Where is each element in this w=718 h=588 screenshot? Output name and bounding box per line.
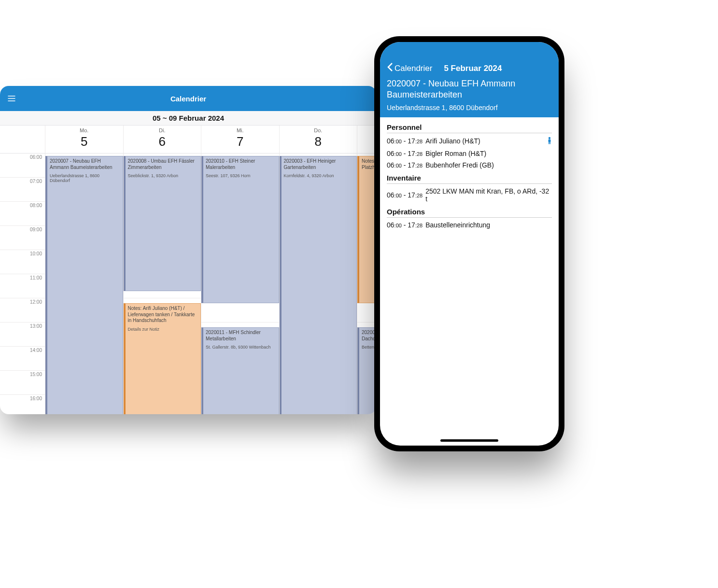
calendar-event[interactable]: Notes: Platzha (357, 156, 377, 303)
calendar-event[interactable]: 2020007 - Neubau EFH Ammann Baumeisterar… (45, 156, 123, 414)
event-title: 2020011 - MFH Schindler Metallarbeiten (206, 330, 276, 342)
back-button[interactable]: Calendrier (387, 62, 432, 74)
calendar-event[interactable]: 202006 DachdeBetten& (357, 327, 377, 414)
time-range: 06:00 - 17:28 (387, 161, 422, 169)
svg-rect-6 (549, 142, 550, 144)
day-head-tue[interactable]: Di. 6 (124, 126, 202, 153)
time-label: 09:00 (0, 226, 45, 250)
day-number: 7 (201, 134, 279, 149)
event-subtitle: Betten& (362, 345, 374, 350)
time-range: 06:00 - 17:28 (387, 221, 422, 229)
event-title: 2020003 - EFH Heiniger Gartenarbeiten (284, 158, 354, 170)
event-subtitle: Details zur Notiz (128, 327, 198, 332)
time-label: 14:00 (0, 347, 45, 371)
time-label: 07:00 (0, 178, 45, 202)
event-title: 2020008 - Umbau EFH Fässler Zimmerarbeit… (128, 158, 198, 170)
event-subtitle: Seestr. 107, 9326 Horn (206, 173, 276, 178)
tablet-title: Calendrier (170, 95, 206, 103)
day-headers: Mo. 5 Di. 6 Mi. 7 Do. 8 (0, 126, 377, 154)
time-label: 10:00 (0, 250, 45, 274)
calendar-event[interactable]: 2020008 - Umbau EFH Fässler Zimmerarbeit… (124, 156, 201, 291)
section-inventaire: Inventaire (387, 174, 552, 184)
menu-icon[interactable] (7, 94, 16, 103)
event-title: 2020010 - EFH Steiner Malerarbeiten (206, 158, 276, 170)
event-title: 202006 Dachde (362, 330, 374, 342)
day-col-wed: 2020010 - EFH Steiner MalerarbeitenSeest… (201, 154, 280, 414)
time-range: 06:00 - 17:28 (387, 191, 422, 199)
phone-screen: Calendrier 5 Februar 2024 2020007 - Neub… (380, 42, 559, 446)
day-col-thu: 2020003 - EFH Heiniger GartenarbeitenKor… (280, 154, 358, 414)
event-title: Notes: Platzha (362, 158, 374, 170)
day-number: 5 (45, 134, 123, 149)
event-subtitle: St. Gallerstr. 8b, 9300 Wittenbach (206, 345, 276, 350)
calendar-grid: 06:0007:0008:0009:0010:0011:0012:0013:00… (0, 154, 377, 414)
list-item[interactable]: 06:00 - 17:282502 LKW MAN mit Kran, FB, … (387, 185, 552, 205)
dow-label: Mo. (45, 127, 123, 133)
phone-header: Calendrier 5 Februar 2024 2020007 - Neub… (380, 42, 559, 117)
calendar-event[interactable]: 2020011 - MFH Schindler MetallarbeitenSt… (201, 327, 279, 414)
phone-nav: Calendrier 5 Februar 2024 (387, 62, 552, 74)
day-head-mon[interactable]: Mo. 5 (45, 126, 124, 153)
row-text: 2502 LKW MAN mit Kran, FB, o ARd, -32 t (425, 187, 552, 203)
calendar-event[interactable]: 2020010 - EFH Steiner MalerarbeitenSeest… (201, 156, 279, 303)
dow-label: Di. (124, 127, 201, 133)
time-label: 08:00 (0, 202, 45, 226)
operations-list: 06:00 - 17:28Baustelleneinrichtung (387, 219, 552, 231)
back-label: Calendrier (394, 64, 432, 73)
event-subtitle: Kornfeldstr. 4, 9320 Arbon (284, 173, 354, 178)
phone-body: Personnel 06:00 - 17:28Arifi Juliano (H&… (380, 117, 559, 234)
svg-point-3 (549, 137, 550, 139)
event-subtitle: Ueberlandstrasse 1, 8600 Dübendorf (50, 173, 120, 183)
personnel-list: 06:00 - 17:28Arifi Juliano (H&T)06:00 - … (387, 135, 552, 171)
list-item[interactable]: 06:00 - 17:28Bubenhofer Fredi (GB) (387, 159, 552, 171)
dow-label: Do. (280, 127, 357, 133)
time-label: 15:00 (0, 371, 45, 395)
section-operations: Opérations (387, 208, 552, 218)
time-label: 16:00 (0, 395, 45, 414)
project-title: 2020007 - Neubau EFH Ammann Baumeisterar… (387, 78, 552, 101)
time-range: 06:00 - 17:28 (387, 137, 422, 145)
day-head-wed[interactable]: Mi. 7 (201, 126, 280, 153)
time-gutter-head (0, 126, 45, 153)
svg-rect-4 (549, 139, 551, 142)
day-col-mon: 2020007 - Neubau EFH Ammann Baumeisterar… (45, 154, 124, 414)
tablet-header: Calendrier (0, 86, 377, 111)
row-text: Bigler Roman (H&T) (425, 150, 552, 157)
project-address: Ueberlandstrasse 1, 8600 Dübendorf (387, 104, 552, 112)
event-subtitle: Seeblickstr. 1, 9320 Arbon (128, 173, 198, 178)
row-text: Baustelleneinrichtung (425, 221, 552, 229)
day-col-fri: Notes: Platzha202006 DachdeBetten& (357, 154, 377, 414)
day-number: 8 (280, 134, 357, 149)
event-title: 2020007 - Neubau EFH Ammann Baumeisterar… (50, 158, 120, 170)
time-label: 12:00 (0, 298, 45, 322)
day-head-fri[interactable] (357, 126, 377, 153)
inventaire-list: 06:00 - 17:282502 LKW MAN mit Kran, FB, … (387, 185, 552, 205)
date-range: 05 ~ 09 Februar 2024 (0, 111, 377, 126)
section-personnel: Personnel (387, 123, 552, 133)
svg-rect-5 (549, 142, 549, 144)
day-head-thu[interactable]: Do. 8 (280, 126, 358, 153)
calendar-event[interactable]: 2020003 - EFH Heiniger GartenarbeitenKor… (280, 156, 357, 414)
time-label: 06:00 (0, 154, 45, 178)
phone-date: 5 Februar 2024 (444, 64, 502, 73)
event-title: Notes: Arifi Juliano (H&T) / Lieferwagen… (128, 306, 198, 324)
tablet-device: Calendrier 05 ~ 09 Februar 2024 Mo. 5 Di… (0, 86, 377, 414)
time-column: 06:0007:0008:0009:0010:0011:0012:0013:00… (0, 154, 45, 414)
time-label: 11:00 (0, 274, 45, 298)
day-number: 6 (124, 134, 201, 149)
calendar-event[interactable]: Notes: Arifi Juliano (H&T) / Lieferwagen… (124, 303, 201, 414)
row-text: Bubenhofer Fredi (GB) (425, 161, 552, 169)
dow-label: Mi. (201, 127, 279, 133)
day-col-tue: 2020008 - Umbau EFH Fässler Zimmerarbeit… (124, 154, 202, 414)
row-text: Arifi Juliano (H&T) (425, 137, 544, 145)
person-icon (547, 137, 552, 146)
list-item[interactable]: 06:00 - 17:28Baustelleneinrichtung (387, 219, 552, 231)
time-range: 06:00 - 17:28 (387, 150, 422, 157)
phone-device: Calendrier 5 Februar 2024 2020007 - Neub… (374, 36, 564, 451)
chevron-left-icon (387, 62, 394, 74)
list-item[interactable]: 06:00 - 17:28Arifi Juliano (H&T) (387, 135, 552, 148)
time-label: 13:00 (0, 322, 45, 347)
home-indicator[interactable] (440, 439, 498, 442)
list-item[interactable]: 06:00 - 17:28Bigler Roman (H&T) (387, 148, 552, 159)
